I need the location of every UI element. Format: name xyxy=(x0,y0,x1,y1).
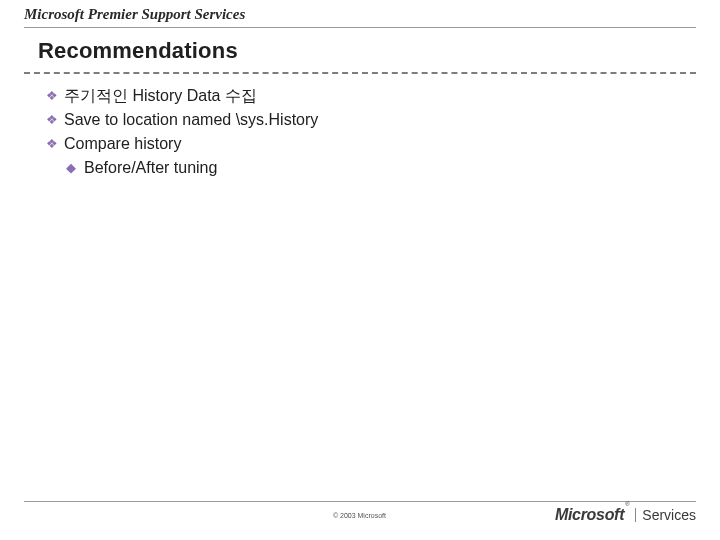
microsoft-logo: Microsoft ® xyxy=(555,506,629,524)
slide-title: Recommendations xyxy=(24,38,696,68)
diamond-icon: ◆ xyxy=(66,158,80,172)
title-block: Recommendations xyxy=(24,38,696,74)
bullet-text: 주기적인 History Data 수집 xyxy=(64,87,257,104)
sub-bullet-item: ◆ Before/After tuning xyxy=(66,156,674,180)
header-brand: Microsoft Premier Support Services xyxy=(24,6,696,25)
body-content: ❖ 주기적인 History Data 수집 ❖ Save to locatio… xyxy=(46,84,674,180)
bullet-item: ❖ Save to location named \sys.History xyxy=(46,108,674,132)
bullet-item: ❖ Compare history xyxy=(46,132,674,156)
header-divider xyxy=(24,27,696,28)
bullet-text: Save to location named \sys.History xyxy=(64,111,318,128)
header: Microsoft Premier Support Services xyxy=(24,6,696,28)
title-underline xyxy=(24,72,696,74)
bullet-text: Before/After tuning xyxy=(84,159,217,176)
diamond4-icon: ❖ xyxy=(46,86,60,100)
footer-logo: Microsoft ® Services xyxy=(555,506,696,524)
footer: © 2003 Microsoft Microsoft ® Services xyxy=(24,501,696,524)
copyright-text: © 2003 Microsoft xyxy=(164,512,555,519)
logo-word-services: Services xyxy=(642,507,696,523)
bullet-text: Compare history xyxy=(64,135,181,152)
footer-divider xyxy=(24,501,696,502)
diamond4-icon: ❖ xyxy=(46,134,60,148)
bullet-item: ❖ 주기적인 History Data 수집 xyxy=(46,84,674,108)
logo-separator xyxy=(635,508,636,522)
footer-row: © 2003 Microsoft Microsoft ® Services xyxy=(24,506,696,524)
registered-icon: ® xyxy=(625,501,629,507)
logo-word-microsoft: Microsoft xyxy=(555,506,624,524)
diamond4-icon: ❖ xyxy=(46,110,60,124)
